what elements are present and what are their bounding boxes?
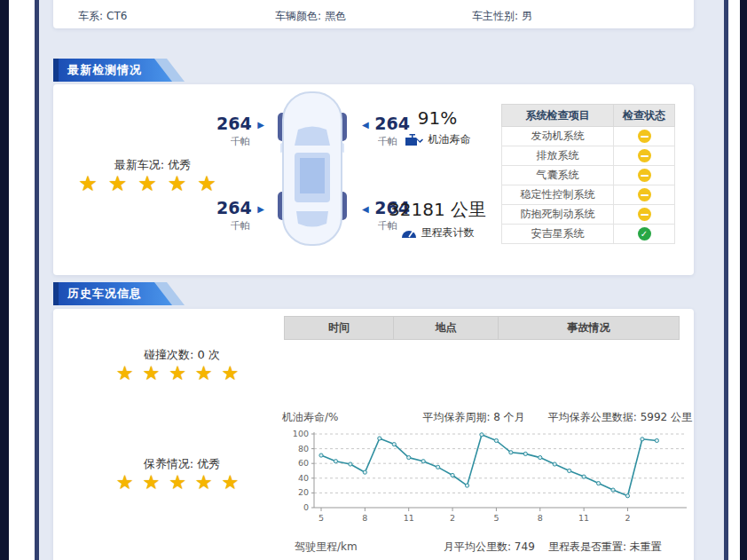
odometer-label: 里程表计数 (421, 225, 475, 241)
car-top-view (268, 89, 357, 252)
mileage-chart-title: 驾驶里程/km (295, 540, 358, 555)
svg-text:5: 5 (493, 513, 499, 523)
status-ok-icon (638, 227, 651, 241)
svg-text:2: 2 (450, 513, 455, 523)
check-table-row: 排放系统 (502, 146, 675, 166)
system-check-table: 系统检查项目 检查状态 发动机系统排放系统气囊系统稳定性控制系统防抱死制动系统安… (501, 104, 675, 244)
check-table-row: 防抱死制动系统 (502, 205, 675, 225)
pressure-rear-left-value: 264 (216, 198, 252, 217)
maintenance-cycle-annotation: 平均保养周期: 8 个月 (422, 410, 524, 425)
oil-life-value: 91% (371, 107, 504, 129)
svg-text:11: 11 (578, 513, 589, 523)
latest-inspection-card: 最新车况: 优秀 ★★★★★ 264 ▶ 千帕 ◀ 264 (53, 84, 694, 275)
svg-text:40: 40 (298, 473, 309, 483)
oil-can-icon (405, 133, 424, 146)
svg-text:8: 8 (362, 513, 367, 523)
accident-table: 时间 地点 事故情况 (284, 316, 680, 340)
car-color-label: 车辆颜色: (275, 10, 321, 22)
maintenance-km-annotation: 平均保养公里数据: 5992 公里 (548, 410, 692, 425)
check-item-name: 气囊系统 (502, 166, 614, 185)
car-series-value: CT6 (106, 10, 127, 22)
collision-count-label: 碰撞次数: 0 次 (93, 347, 271, 363)
check-table-header-item: 系统检查项目 (502, 105, 614, 127)
status-warning-icon (638, 169, 651, 182)
right-white-border (728, 0, 740, 560)
check-item-name: 安吉星系统 (502, 225, 614, 244)
pressure-front-left-value: 264 (216, 114, 252, 133)
car-series-label: 车系: (78, 10, 103, 22)
check-table-row: 发动机系统 (502, 127, 675, 146)
monthly-avg-km-annotation: 月平均公里数: 749 (444, 540, 535, 555)
svg-text:80: 80 (298, 444, 309, 454)
history-info-title: 历史车况信息 (53, 286, 142, 302)
svg-text:0: 0 (303, 502, 309, 512)
pressure-unit: 千帕 (188, 135, 264, 148)
right-dark-border (740, 0, 747, 560)
car-color-field: 车辆颜色:黑色 (275, 9, 346, 24)
oil-chart-title: 机油寿命/% (282, 410, 338, 425)
oil-life-metric: 91% 机油寿命 (371, 107, 504, 147)
svg-text:20: 20 (298, 487, 309, 497)
pressure-unit: 千帕 (188, 219, 264, 233)
left-white-border (9, 0, 35, 560)
svg-text:11: 11 (404, 513, 414, 523)
status-warning-icon (638, 130, 651, 143)
maintenance-stars: ★★★★★ (84, 471, 279, 493)
maintenance-label: 保养情况: 优秀 (93, 456, 271, 472)
odometer-value: 32181 公里 (371, 198, 504, 222)
oil-life-chart: 机油寿命/% 平均保养周期: 8 个月 平均保养公里数据: 5992 公里 02… (282, 410, 692, 534)
svg-text:60: 60 (298, 458, 309, 468)
owner-gender-field: 车主性别:男 (472, 9, 532, 24)
check-table-row: 气囊系统 (502, 166, 675, 185)
arrow-right-icon: ▶ (257, 204, 264, 214)
pressure-rear-left: 264 ▶ 千帕 (188, 198, 264, 233)
arrow-left-icon: ◀ (362, 120, 369, 130)
car-color-value: 黑色 (325, 10, 346, 22)
accident-col-detail: 事故情况 (499, 317, 680, 340)
header-ribbon: 最新检测情况 (53, 59, 172, 82)
status-warning-icon (638, 188, 651, 201)
svg-text:2: 2 (625, 513, 630, 523)
check-item-name: 排放系统 (502, 146, 614, 166)
accident-col-place: 地点 (394, 317, 499, 340)
status-warning-icon (638, 208, 651, 221)
owner-gender-value: 男 (522, 10, 532, 22)
check-table-header-status: 检查状态 (614, 105, 675, 127)
latest-condition-stars: ★★★★★ (55, 171, 250, 196)
speedometer-icon (401, 227, 417, 239)
header-ribbon: 历史车况信息 (53, 282, 172, 305)
latest-inspection-title: 最新检测情况 (53, 62, 142, 78)
car-series-field: 车系:CT6 (78, 9, 127, 24)
status-warning-icon (638, 149, 651, 162)
left-dark-border (0, 0, 9, 560)
svg-text:8: 8 (538, 513, 543, 523)
check-table-body: 发动机系统排放系统气囊系统稳定性控制系统防抱死制动系统安吉星系统 (502, 127, 675, 244)
check-item-name: 发动机系统 (502, 127, 614, 146)
check-item-name: 稳定性控制系统 (502, 185, 614, 205)
arrow-right-icon: ▶ (257, 120, 264, 130)
svg-text:5: 5 (318, 513, 324, 523)
history-info-header: 历史车况信息 (53, 282, 185, 305)
history-card: 时间 地点 事故情况 碰撞次数: 0 次 ★★★★★ 保养情况: 优秀 ★★★★… (53, 309, 694, 560)
odometer-reset-annotation: 里程表是否重置: 未重置 (548, 540, 662, 555)
arrow-left-icon: ◀ (362, 204, 369, 214)
oil-life-chart-svg: 0204060801005811258112 (282, 425, 692, 530)
owner-gender-label: 车主性别: (472, 10, 518, 22)
check-item-name: 防抱死制动系统 (502, 205, 614, 225)
pressure-front-left: 264 ▶ 千帕 (188, 114, 264, 148)
accident-col-time: 时间 (285, 317, 394, 340)
collision-stars: ★★★★★ (84, 362, 279, 384)
vehicle-info-card: 车系:CT6 车辆颜色:黑色 车主性别:男 (53, 0, 694, 28)
latest-inspection-header: 最新检测情况 (53, 59, 185, 82)
left-navy-line (35, 0, 39, 560)
svg-text:100: 100 (293, 429, 309, 438)
odometer-metric: 32181 公里 里程表计数 (371, 198, 504, 241)
oil-life-label: 机油寿命 (429, 132, 471, 147)
check-table-row: 安吉星系统 (502, 225, 675, 244)
check-table-row: 稳定性控制系统 (502, 185, 675, 205)
